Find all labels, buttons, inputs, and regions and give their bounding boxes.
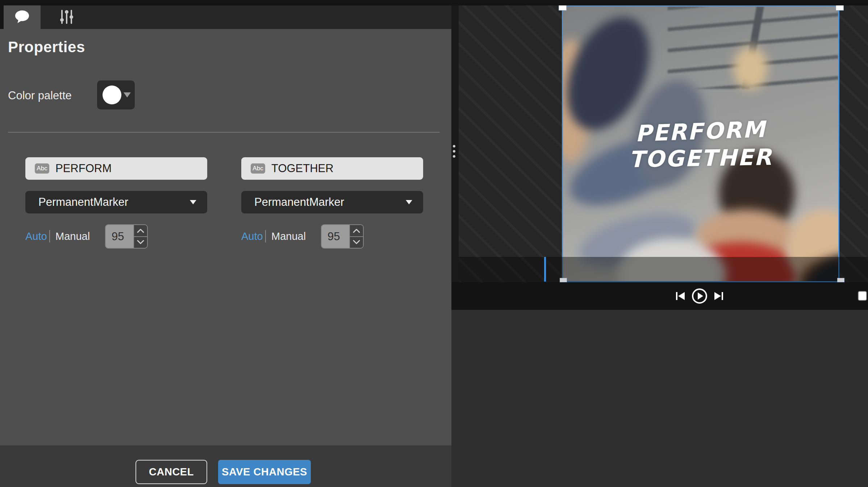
- text-item-group-2: Abc TOGETHER PermanentMarker Auto Manual…: [241, 29, 423, 283]
- timeline-band: [459, 257, 868, 282]
- font-size-value[interactable]: 95: [322, 225, 349, 248]
- cancel-button[interactable]: CANCEL: [135, 460, 207, 484]
- chevron-down-icon: [353, 240, 360, 245]
- spinner-buttons: [133, 225, 147, 248]
- caret-down-icon: [190, 200, 196, 204]
- chevron-down-icon: [137, 240, 144, 245]
- font-select-perform[interactable]: PermanentMarker: [25, 191, 207, 213]
- abc-badge: Abc: [35, 163, 49, 174]
- text-value: TOGETHER: [271, 162, 334, 175]
- play-icon: [692, 288, 708, 304]
- skip-previous-icon: [675, 291, 685, 301]
- spinner-up-button[interactable]: [134, 225, 147, 237]
- tab-adjustments[interactable]: [41, 5, 93, 29]
- spinner-buttons: [349, 225, 363, 248]
- font-size-row: Auto Manual 95: [25, 224, 207, 249]
- resize-handle-bottom-left[interactable]: [560, 278, 567, 282]
- tab-properties[interactable]: [4, 5, 41, 29]
- auto-size-option[interactable]: Auto: [25, 224, 47, 249]
- resize-handle-top-left[interactable]: [559, 5, 567, 11]
- top-bar: [0, 0, 868, 5]
- transport-controls: [675, 282, 724, 310]
- spinner-down-button[interactable]: [350, 237, 363, 248]
- manual-size-option[interactable]: Manual: [55, 224, 90, 249]
- skip-previous-button[interactable]: [675, 291, 685, 301]
- play-button[interactable]: [692, 288, 708, 304]
- skip-next-icon: [714, 291, 724, 301]
- text-value: PERFORM: [55, 162, 112, 175]
- abc-badge: Abc: [251, 163, 265, 174]
- video-still: PERFORM TOGETHER: [563, 7, 838, 281]
- workspace-empty-area: [451, 310, 868, 487]
- text-input-together[interactable]: Abc TOGETHER: [241, 157, 423, 180]
- font-size-value[interactable]: 95: [106, 225, 133, 248]
- tab-strip: [0, 5, 451, 29]
- font-select-together[interactable]: PermanentMarker: [241, 191, 423, 213]
- spinner-up-button[interactable]: [350, 225, 363, 237]
- resize-handle-top-right[interactable]: [836, 5, 844, 11]
- mode-separator: [265, 230, 266, 242]
- tab-strip-background: [41, 5, 451, 29]
- playback-bar: [451, 282, 868, 310]
- skip-next-button[interactable]: [714, 291, 724, 301]
- resize-handle-bottom-right[interactable]: [837, 278, 844, 282]
- save-changes-button[interactable]: SAVE CHANGES: [218, 460, 311, 484]
- font-size-spinner[interactable]: 95: [105, 224, 148, 249]
- mode-separator: [49, 230, 50, 242]
- font-size-row: Auto Manual 95: [241, 224, 423, 249]
- font-select-value: PermanentMarker: [254, 196, 344, 209]
- spinner-down-button[interactable]: [134, 237, 147, 248]
- video-overlay-text-line2: TOGETHER: [563, 142, 838, 174]
- preview-canvas: PERFORM TOGETHER: [459, 5, 868, 282]
- chevron-up-icon: [353, 228, 360, 233]
- app-root: Properties Color palette Abc PERFORM Per…: [0, 0, 868, 487]
- caret-down-icon: [406, 200, 412, 204]
- auto-size-option[interactable]: Auto: [241, 224, 263, 249]
- font-select-value: PermanentMarker: [38, 196, 128, 209]
- font-size-spinner[interactable]: 95: [321, 224, 364, 249]
- drag-handle-icon: [453, 145, 455, 158]
- properties-panel: Properties Color palette Abc PERFORM Per…: [0, 29, 451, 445]
- panel-resizer[interactable]: [451, 5, 459, 310]
- dialog-footer: CANCEL SAVE CHANGES: [0, 445, 451, 487]
- text-item-group-1: Abc PERFORM PermanentMarker Auto Manual …: [25, 29, 207, 283]
- timeline-playhead[interactable]: [544, 257, 546, 282]
- speech-bubble-icon: [14, 9, 30, 25]
- chevron-up-icon: [137, 228, 144, 233]
- stop-button[interactable]: [858, 291, 867, 301]
- manual-size-option[interactable]: Manual: [271, 224, 306, 249]
- sliders-icon: [59, 9, 74, 26]
- video-frame[interactable]: PERFORM TOGETHER: [562, 5, 839, 282]
- text-input-perform[interactable]: Abc PERFORM: [25, 157, 207, 180]
